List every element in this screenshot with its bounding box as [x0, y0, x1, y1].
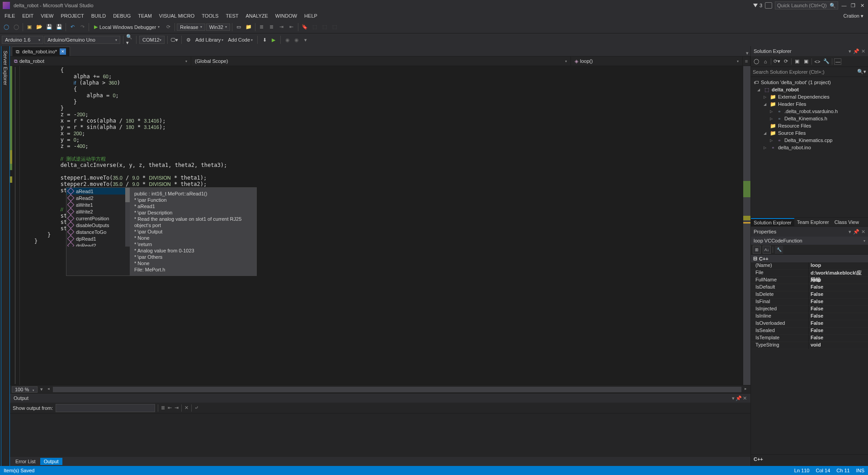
close-icon[interactable]: ✕ — [861, 48, 865, 54]
tab-class-view[interactable]: Class View — [832, 218, 862, 226]
menu-file[interactable]: FILE — [1, 12, 19, 20]
property-row[interactable]: IsSealedFalse — [751, 328, 868, 335]
debug-dropdown[interactable]: ⟳ — [164, 23, 173, 32]
undo-button[interactable]: ↶ — [68, 23, 77, 32]
property-row[interactable]: IsOverloadedFalse — [751, 320, 868, 328]
expand-icon[interactable]: ◢ — [764, 102, 768, 106]
tab-solution-explorer[interactable]: Solution Explorer — [751, 218, 794, 226]
board-family-dropdown[interactable]: Arduino 1.6 — [2, 36, 43, 44]
file-node[interactable]: ▷ ▫ Delta_Kinematics.h — [751, 115, 868, 122]
property-row[interactable]: IsTemplateFalse — [751, 335, 868, 342]
menu-window[interactable]: WINDOW — [272, 12, 301, 20]
project-node[interactable]: ◢ ⬚ delta_robot — [751, 86, 868, 93]
save-all-button[interactable]: 💾 — [55, 23, 64, 32]
menu-build[interactable]: BUILD — [88, 12, 109, 20]
intellisense-item[interactable]: disableOutputs — [66, 222, 130, 228]
intellisense-list[interactable]: aRead1aRead2aWrite1aWrite2currentPositio… — [66, 188, 130, 247]
intellisense-item[interactable]: distanceToGo — [66, 228, 130, 235]
screen-icon[interactable]: 🖵▾ — [170, 36, 179, 44]
dropdown-icon[interactable]: ▾ — [732, 395, 735, 401]
minimize-button[interactable]: — — [841, 2, 847, 9]
file-tab-delta-robot[interactable]: ⧉ delta_robot.ino* ✕ — [12, 47, 70, 56]
navigate-back-button[interactable]: ◯ — [2, 23, 11, 32]
add-code-dropdown[interactable]: Add Code — [226, 37, 255, 43]
refresh-icon[interactable]: ⟳ — [782, 58, 789, 64]
open-file-button[interactable]: 📂 — [35, 23, 44, 32]
menu-edit[interactable]: EDIT — [19, 12, 37, 20]
folder-resource[interactable]: ▷ 📁 Resource Files — [751, 122, 868, 129]
wrap-icon[interactable]: ⤶ — [194, 405, 198, 411]
toolbar-icon[interactable]: ⬚ — [320, 23, 329, 32]
folder-header[interactable]: ◢ 📁 Header Files — [751, 100, 868, 108]
expand-icon[interactable]: ▷ — [764, 95, 768, 99]
tab-team-explorer[interactable]: Team Explorer — [794, 218, 832, 226]
property-row[interactable]: TypeStringvoid — [751, 342, 868, 349]
intellisense-item[interactable]: aWrite2 — [66, 208, 130, 215]
expand-icon[interactable]: ▷ — [770, 117, 774, 121]
download-icon[interactable]: ⬇ — [260, 36, 269, 44]
preview-toggle[interactable]: — — [834, 58, 841, 65]
properties-icon[interactable]: 🔧 — [823, 58, 830, 64]
intellisense-item[interactable]: aWrite1 — [66, 201, 130, 208]
property-row[interactable]: IsInjectedFalse — [751, 306, 868, 313]
feedback-icon[interactable] — [765, 2, 772, 9]
expand-icon[interactable]: ▷ — [770, 138, 774, 142]
uncomment-button[interactable]: ≣ — [267, 23, 276, 32]
intellisense-scrollbar[interactable] — [125, 188, 130, 247]
close-button[interactable]: ✕ — [859, 2, 865, 9]
intellisense-item[interactable]: dpRead1 — [66, 235, 130, 242]
property-category[interactable]: ⊟ C++ — [751, 255, 868, 262]
tab-error-list[interactable]: Error List — [12, 458, 39, 465]
collapse-icon[interactable]: ▣ — [793, 58, 801, 64]
add-library-dropdown[interactable]: Add Library — [193, 37, 225, 43]
intellisense-item[interactable]: aRead2 — [66, 195, 130, 201]
run-icon[interactable]: ▶ — [269, 36, 278, 44]
record-icon[interactable]: ◉ — [283, 36, 292, 44]
platform-dropdown[interactable]: Win32 — [206, 24, 230, 31]
pin-icon[interactable]: 📌 — [853, 229, 859, 235]
property-row[interactable]: IsDeleteFalse — [751, 291, 868, 299]
port-dropdown[interactable]: COM12 — [139, 36, 165, 44]
board-dropdown[interactable]: Arduino/Genuino Uno — [44, 36, 120, 44]
gear-icon[interactable]: ⚙ — [184, 36, 193, 44]
maximize-button[interactable]: ❐ — [850, 2, 856, 9]
menu-analyze[interactable]: ANALYZE — [242, 12, 272, 20]
clear-icon[interactable]: ✕ — [184, 405, 189, 411]
dropdown-icon[interactable]: ▾ — [849, 229, 851, 235]
folder-source[interactable]: ◢ 📁 Source Files — [751, 129, 868, 137]
expand-icon[interactable]: ◢ — [764, 131, 768, 135]
intellisense-item[interactable]: aRead1 — [66, 188, 130, 195]
back-icon[interactable]: ◯ — [753, 58, 760, 64]
bookmark-button[interactable]: 🔖 — [300, 23, 309, 32]
menu-debug[interactable]: DEBUG — [109, 12, 134, 20]
close-icon[interactable]: ✕ — [861, 229, 865, 235]
solution-config-dropdown[interactable]: Release — [177, 24, 205, 31]
notifications[interactable]: 3 — [753, 3, 762, 8]
expand-icon[interactable]: ▷ — [770, 109, 774, 114]
property-row[interactable]: FullNameloop — [751, 277, 868, 284]
menu-tools[interactable]: TOOLS — [198, 12, 222, 20]
sync-icon[interactable]: ⟳▾ — [773, 58, 780, 64]
file-node[interactable]: ▷ ▫ .delta_robot.vsarduino.h — [751, 108, 868, 115]
server-explorer-tab[interactable]: Server Explorer — [1, 46, 10, 466]
vertical-scrollbar[interactable] — [743, 66, 750, 385]
goto-icon[interactable]: ≣ — [161, 405, 165, 411]
code-icon[interactable]: <> — [814, 59, 821, 64]
navigate-fwd-button[interactable]: ◯ — [12, 23, 21, 32]
save-button[interactable]: 💾 — [45, 23, 54, 32]
home-icon[interactable]: ⌂ — [762, 59, 769, 64]
stop-icon[interactable]: ◉ — [292, 36, 301, 44]
tab-output[interactable]: Output — [40, 458, 62, 465]
property-row[interactable]: IsFinalFalse — [751, 299, 868, 306]
toolbar-icon[interactable]: ⬚ — [310, 23, 319, 32]
file-node[interactable]: ▷ ▫ delta_robot.ino — [751, 144, 868, 151]
indent-button[interactable]: ⇥ — [277, 23, 286, 32]
zoom-dropdown[interactable]: 100 % — [12, 386, 38, 393]
menu-team[interactable]: TEAM — [134, 12, 156, 20]
menu-project[interactable]: PROJECT — [57, 12, 87, 20]
alphabetical-button[interactable]: A↓ — [763, 246, 771, 254]
nav-member-dropdown[interactable]: ◈ loop() — [571, 57, 743, 66]
property-row[interactable]: Filed:\work\makeblock\应用组 — [751, 270, 868, 277]
menu-help[interactable]: HELP — [301, 12, 321, 20]
property-row[interactable]: IsInlineFalse — [751, 313, 868, 320]
